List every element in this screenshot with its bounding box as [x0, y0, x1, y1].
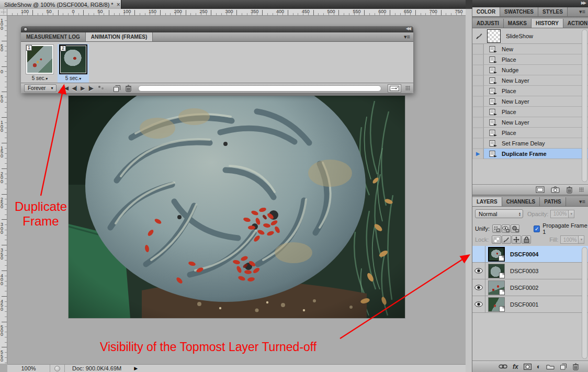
layer-row[interactable]: DSCF0004	[472, 246, 588, 263]
history-source-well[interactable]: ▶	[472, 44, 484, 54]
history-item[interactable]: ▶ Place	[472, 54, 588, 65]
play-button[interactable]: ▶	[81, 85, 84, 91]
new-frame-icon[interactable]	[113, 85, 121, 92]
history-item[interactable]: ▶ New Layer	[472, 96, 588, 107]
layer-row[interactable]: DSCF0001	[472, 296, 588, 313]
new-group-folder-icon[interactable]	[546, 364, 555, 369]
lock-transparency-button[interactable]	[492, 235, 501, 244]
loop-count-select[interactable]: Forever ▾	[24, 84, 56, 92]
status-button[interactable]	[54, 366, 60, 371]
status-menu-arrow-icon[interactable]: ▶	[134, 366, 138, 371]
new-layer-icon[interactable]	[560, 363, 567, 370]
frame-delay-control[interactable]: 5 sec.▾	[24, 75, 55, 81]
layer-thumbnail[interactable]	[488, 280, 505, 295]
next-frame-button[interactable]: |▶	[88, 85, 93, 91]
blend-mode-select[interactable]: Normal ▲▼	[475, 209, 523, 218]
canvas-image[interactable]	[69, 96, 405, 318]
layer-thumbnail[interactable]	[488, 247, 505, 262]
propagate-frame-checkbox[interactable]: ✓	[534, 226, 540, 232]
lock-pixels-button[interactable]	[502, 235, 511, 244]
history-item[interactable]: ▶ Place	[472, 86, 588, 96]
layer-row[interactable]: DSCF0003	[472, 263, 588, 279]
previous-frame-button[interactable]: ◀|	[72, 85, 77, 91]
history-source-well[interactable]: ▶	[472, 65, 484, 75]
panel-resize-grip[interactable]	[579, 187, 584, 192]
panel-tab[interactable]: PATHS	[540, 197, 566, 206]
layer-visibility-toggle[interactable]	[472, 279, 485, 296]
first-frame-button[interactable]: ◀◀	[61, 85, 67, 91]
history-snapshot-row[interactable]: SlideShow	[472, 28, 588, 44]
layer-visibility-toggle[interactable]	[472, 296, 485, 313]
panel-resize-grip[interactable]	[405, 86, 410, 91]
history-scrollbar[interactable]	[582, 29, 587, 182]
history-source-well[interactable]: ▶	[472, 75, 484, 86]
history-source-well[interactable]: ▶	[472, 86, 484, 96]
layer-visibility-toggle[interactable]	[472, 246, 485, 263]
lock-all-button[interactable]	[522, 235, 531, 244]
panel-tab[interactable]: HISTORY	[532, 19, 563, 28]
panel-tab[interactable]: ACTION	[563, 19, 588, 28]
convert-to-timeline-button[interactable]	[388, 84, 401, 93]
layer-visibility-toggle[interactable]	[472, 263, 485, 279]
unify-visibility-button[interactable]	[502, 224, 511, 233]
document-size-readout[interactable]: Doc: 900.0K/4.69M	[64, 365, 129, 372]
close-tab-icon[interactable]: ×	[117, 1, 120, 8]
history-item[interactable]: ▶ Set Frame Delay	[472, 138, 588, 149]
history-source-well[interactable]: ▶	[472, 96, 484, 107]
panel-tab[interactable]: ADJUSTI	[472, 19, 504, 28]
history-source-well[interactable]: ▶	[472, 149, 484, 159]
history-item[interactable]: ▶ Nudge	[472, 65, 588, 75]
history-item[interactable]: ▶ New	[472, 44, 588, 54]
panel-tab[interactable]: MASKS	[504, 19, 532, 28]
animation-panel-title-bar[interactable]: ◀◀	[21, 26, 413, 32]
frame-thumbnail[interactable]: 1	[26, 44, 54, 74]
unify-position-button[interactable]	[492, 224, 501, 233]
history-source-well[interactable]: ▶	[472, 54, 484, 65]
history-item[interactable]: ▶ Duplicate Frame	[472, 149, 588, 159]
new-document-from-state-icon[interactable]	[536, 186, 545, 193]
adjustment-layer-icon[interactable]: ◐	[537, 363, 541, 370]
history-item[interactable]: ▶ Place	[472, 128, 588, 138]
snapshot-thumbnail[interactable]	[487, 29, 501, 43]
layers-scrollbar[interactable]	[582, 247, 587, 359]
animation-panel-tab[interactable]: ANIMATION (FRAMES)	[86, 32, 153, 41]
history-source-well[interactable]: ▶	[472, 117, 484, 128]
layer-row[interactable]: DSCF0002	[472, 279, 588, 296]
tween-icon[interactable]	[97, 85, 109, 92]
animation-scrollbar[interactable]	[138, 85, 381, 92]
dropdown-arrow-icon[interactable]: ▾	[568, 210, 574, 218]
panel-tab[interactable]: STYLES	[538, 7, 568, 16]
history-source-well[interactable]: ▶	[472, 107, 484, 117]
delete-layer-trash-icon[interactable]	[572, 363, 579, 370]
history-brush-well[interactable]	[473, 29, 485, 43]
collapse-panel-icon[interactable]: ◀◀	[406, 26, 410, 31]
history-item[interactable]: ▶ New Layer	[472, 117, 588, 128]
ruler-origin-corner[interactable]	[0, 9, 7, 16]
add-layer-mask-icon[interactable]	[524, 364, 532, 370]
panel-menu-icon[interactable]: ▾≡	[579, 7, 588, 16]
dock-edge[interactable]	[466, 9, 472, 372]
vertical-ruler[interactable]: 1 0 05 005 01 0 01 5 02 0 02 5 03 0 03 5…	[0, 16, 7, 364]
layer-thumbnail[interactable]	[488, 264, 505, 278]
panel-tab[interactable]: CHANNELS	[502, 197, 540, 206]
zoom-level-field[interactable]: 100%	[7, 365, 50, 372]
panel-close-button[interactable]	[24, 27, 28, 31]
unify-style-button[interactable]	[511, 224, 519, 233]
panel-tab[interactable]: LAYERS	[472, 197, 502, 206]
lock-position-button[interactable]	[512, 235, 521, 244]
fill-input[interactable]: 100% ▾	[560, 235, 584, 244]
history-item[interactable]: ▶ Place	[472, 107, 588, 117]
panel-tab[interactable]: COLOR	[472, 7, 500, 16]
panel-tab[interactable]: SWATCHES	[500, 7, 538, 16]
animation-frame[interactable]: 1 5 sec.▾	[24, 44, 55, 83]
delete-state-trash-icon[interactable]	[566, 186, 573, 194]
panel-menu-icon[interactable]: ▾≡	[579, 197, 588, 206]
frame-delay-control[interactable]: 5 sec.▾	[58, 75, 89, 81]
layer-style-fx-icon[interactable]: fx	[513, 363, 518, 370]
layer-thumbnail[interactable]	[488, 297, 505, 312]
opacity-input[interactable]: 100% ▾	[550, 210, 574, 218]
animation-panel-tab[interactable]: MEASUREMENT LOG	[21, 32, 86, 41]
delete-frame-trash-icon[interactable]	[125, 84, 132, 92]
collapse-to-icons-icon[interactable]: ▶▶	[581, 1, 585, 5]
history-source-well[interactable]: ▶	[472, 138, 484, 149]
